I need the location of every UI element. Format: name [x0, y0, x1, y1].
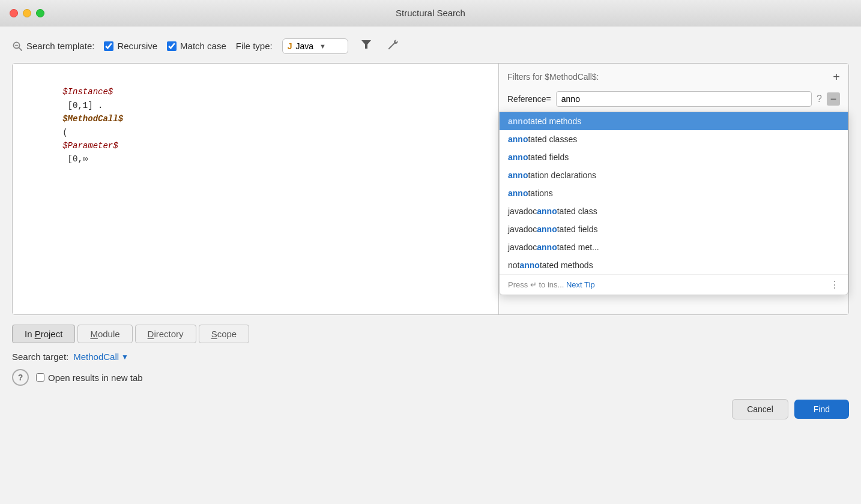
- scope-tabs: In Project Module Directory Scope: [12, 325, 849, 343]
- code-method-var: $MethodCall$: [62, 114, 123, 124]
- autocomplete-suffix: tation declarations: [528, 170, 596, 180]
- autocomplete-prefix: javadoc: [508, 224, 537, 234]
- find-button[interactable]: Find: [794, 400, 849, 419]
- svg-marker-3: [361, 40, 371, 49]
- dropdown-arrow-icon: ▼: [319, 43, 326, 50]
- match-case-label: Match case: [180, 41, 226, 51]
- autocomplete-match-part: anno: [537, 224, 557, 234]
- svg-line-1: [19, 47, 22, 50]
- tab-underline-m: M: [90, 329, 98, 339]
- file-type-label: File type:: [236, 41, 273, 51]
- filters-title: Filters for $MethodCall$:: [507, 72, 599, 82]
- maximize-button[interactable]: [36, 9, 44, 17]
- list-item[interactable]: javadoc annotated met...: [500, 238, 848, 256]
- autocomplete-suffix: tated met...: [557, 242, 599, 252]
- autocomplete-suffix: tated classes: [528, 134, 577, 144]
- tab-underline-s: S: [211, 329, 217, 339]
- autocomplete-match-part: anno: [508, 152, 528, 162]
- search-icon: [12, 41, 23, 52]
- list-item[interactable]: annotated methods: [500, 112, 848, 130]
- autocomplete-match-part: anno: [508, 116, 528, 126]
- filter-button[interactable]: [358, 36, 375, 56]
- autocomplete-footer: Press ↵ to ins... Next Tip ⋮: [500, 274, 848, 295]
- search-target-label: Search target:: [12, 352, 68, 362]
- dialog-footer: Cancel Find: [12, 393, 849, 422]
- match-case-checkbox[interactable]: [167, 41, 177, 51]
- recursive-label: Recursive: [117, 41, 157, 51]
- code-paren-open: (: [62, 128, 67, 137]
- wrench-button[interactable]: [384, 36, 401, 56]
- search-target-row: Search target: MethodCall ▼: [12, 352, 849, 362]
- minimize-button[interactable]: [23, 9, 31, 17]
- filters-header: Filters for $MethodCall$: +: [507, 71, 840, 83]
- open-results-label: Open results in new tab: [48, 373, 143, 383]
- chevron-down-icon: ▼: [121, 353, 128, 361]
- file-type-dropdown[interactable]: J Java ▼: [282, 38, 348, 54]
- more-options-button[interactable]: ⋮: [830, 279, 839, 290]
- scope-tab-scope[interactable]: Scope: [199, 325, 250, 343]
- autocomplete-prefix: javadoc: [508, 242, 537, 252]
- code-range2: [0,∞: [62, 154, 88, 164]
- search-template-text: Search template:: [26, 41, 94, 51]
- code-param-var: $Parameter$: [62, 141, 118, 151]
- autocomplete-match-part: anno: [537, 206, 557, 216]
- scope-tab-in-project[interactable]: In Project: [12, 325, 75, 343]
- tab-underline-p: P: [35, 329, 41, 339]
- search-template-label: Search template:: [12, 41, 94, 52]
- list-item[interactable]: not annotated methods: [500, 256, 848, 274]
- code-instance-var: $Instance$: [62, 87, 113, 97]
- dialog-body: Search template: Recursive Match case Fi…: [0, 26, 861, 504]
- code-range1: [0,1] .: [62, 101, 103, 110]
- next-tip-link[interactable]: Next Tip: [566, 280, 595, 289]
- remove-filter-button[interactable]: −: [827, 92, 840, 106]
- window-controls: [10, 9, 44, 17]
- file-type-value: Java: [295, 41, 313, 51]
- tab-underline-d: D: [148, 329, 154, 339]
- code-line: $Instance$ [0,1] . $MethodCall$ ( $Param…: [22, 72, 489, 179]
- window-title: Structural Search: [396, 8, 465, 18]
- autocomplete-suffix: tated methods: [540, 260, 593, 270]
- list-item[interactable]: annotated classes: [500, 130, 848, 148]
- search-target-value[interactable]: MethodCall ▼: [73, 352, 128, 362]
- autocomplete-match-part: anno: [519, 260, 539, 270]
- recursive-checkbox[interactable]: [104, 41, 113, 51]
- open-results-checkbox[interactable]: [36, 373, 44, 382]
- help-button[interactable]: ?: [12, 369, 29, 386]
- autocomplete-dropdown: annotated methods annotated classes anno…: [499, 112, 848, 295]
- reference-label: Reference=: [507, 94, 551, 104]
- search-target-text: MethodCall: [73, 352, 119, 362]
- java-file-icon: J: [288, 41, 292, 51]
- autocomplete-match-part: anno: [508, 170, 528, 180]
- scope-tab-module[interactable]: Module: [77, 325, 132, 343]
- list-item[interactable]: annotated fields: [500, 148, 848, 166]
- autocomplete-match-part: anno: [508, 134, 528, 144]
- filters-panel: Filters for $MethodCall$: + Reference= ?…: [499, 64, 848, 314]
- autocomplete-prefix: not: [508, 260, 519, 270]
- open-results-checkbox-group: Open results in new tab: [36, 373, 143, 383]
- reference-row: Reference= ? −: [507, 91, 840, 107]
- autocomplete-suffix: tated fields: [557, 224, 598, 234]
- list-item[interactable]: annotations: [500, 184, 848, 202]
- list-item[interactable]: javadoc annotated fields: [500, 220, 848, 238]
- cancel-button[interactable]: Cancel: [732, 399, 788, 419]
- autocomplete-suffix: tated class: [557, 206, 597, 216]
- add-filter-button[interactable]: +: [833, 71, 840, 83]
- close-button[interactable]: [10, 9, 18, 17]
- scope-tab-directory[interactable]: Directory: [135, 325, 196, 343]
- reference-input[interactable]: [556, 91, 812, 107]
- recursive-checkbox-group: Recursive: [104, 41, 157, 51]
- toolbar-row: Search template: Recursive Match case Fi…: [12, 36, 849, 56]
- autocomplete-match-part: anno: [537, 242, 557, 252]
- bottom-row: ? Open results in new tab: [12, 369, 849, 386]
- list-item[interactable]: annotation declarations: [500, 166, 848, 184]
- code-panel: $Instance$ [0,1] . $MethodCall$ ( $Param…: [13, 64, 499, 314]
- autocomplete-footer-text: Press ↵ to ins... Next Tip: [508, 280, 595, 289]
- title-bar: Structural Search: [0, 0, 861, 26]
- autocomplete-match-part: anno: [508, 188, 528, 198]
- main-content-area: $Instance$ [0,1] . $MethodCall$ ( $Param…: [12, 63, 849, 315]
- filter-help-button[interactable]: ?: [817, 94, 822, 104]
- autocomplete-suffix: tations: [528, 188, 552, 198]
- autocomplete-suffix: tated fields: [528, 152, 569, 162]
- autocomplete-prefix: javadoc: [508, 206, 537, 216]
- list-item[interactable]: javadoc annotated class: [500, 202, 848, 220]
